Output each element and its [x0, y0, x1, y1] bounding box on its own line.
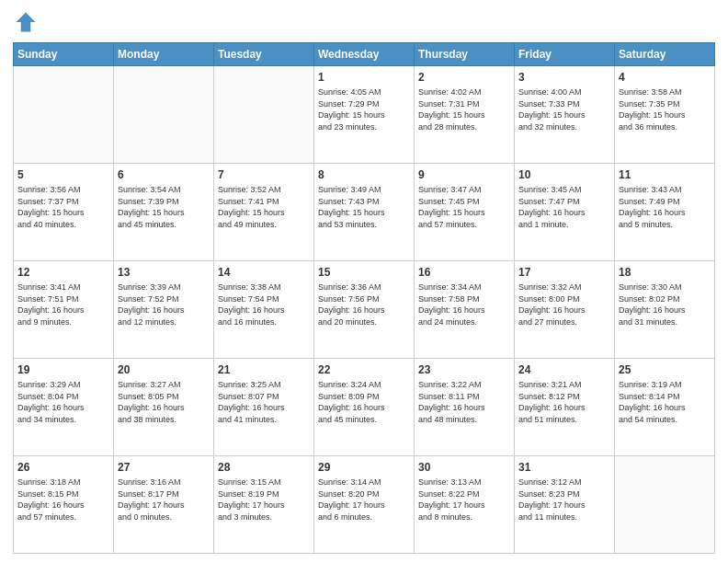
day-cell: 7Sunrise: 3:52 AM Sunset: 7:41 PM Daylig… [214, 164, 314, 261]
weekday-header-monday: Monday [114, 43, 214, 66]
day-number: 18 [619, 265, 711, 280]
day-info: Sunrise: 3:38 AM Sunset: 7:54 PM Dayligh… [218, 282, 310, 327]
day-cell: 17Sunrise: 3:32 AM Sunset: 8:00 PM Dayli… [515, 261, 615, 359]
day-info: Sunrise: 3:15 AM Sunset: 8:19 PM Dayligh… [218, 477, 310, 523]
day-cell: 1Sunrise: 4:05 AM Sunset: 7:29 PM Daylig… [314, 66, 415, 164]
day-info: Sunrise: 3:21 AM Sunset: 8:12 PM Dayligh… [518, 379, 610, 425]
weekday-header-friday: Friday [515, 43, 615, 66]
day-cell: 29Sunrise: 3:14 AM Sunset: 8:20 PM Dayli… [314, 456, 415, 554]
day-cell: 8Sunrise: 3:49 AM Sunset: 7:43 PM Daylig… [314, 164, 415, 261]
day-info: Sunrise: 3:49 AM Sunset: 7:43 PM Dayligh… [318, 184, 410, 230]
day-info: Sunrise: 3:27 AM Sunset: 8:05 PM Dayligh… [118, 379, 210, 425]
day-info: Sunrise: 3:22 AM Sunset: 8:11 PM Dayligh… [418, 379, 510, 425]
day-cell: 9Sunrise: 3:47 AM Sunset: 7:45 PM Daylig… [415, 164, 515, 261]
day-info: Sunrise: 3:14 AM Sunset: 8:20 PM Dayligh… [318, 477, 410, 523]
day-info: Sunrise: 4:02 AM Sunset: 7:31 PM Dayligh… [418, 86, 510, 132]
svg-marker-1 [30, 13, 37, 19]
day-cell: 30Sunrise: 3:13 AM Sunset: 8:22 PM Dayli… [415, 456, 515, 554]
day-number: 4 [619, 70, 711, 85]
day-cell: 26Sunrise: 3:18 AM Sunset: 8:15 PM Dayli… [14, 456, 114, 554]
calendar-table: SundayMondayTuesdayWednesdayThursdayFrid… [13, 42, 715, 554]
day-info: Sunrise: 3:24 AM Sunset: 8:09 PM Dayligh… [318, 379, 410, 425]
day-info: Sunrise: 4:00 AM Sunset: 7:33 PM Dayligh… [518, 86, 610, 132]
day-info: Sunrise: 3:30 AM Sunset: 8:02 PM Dayligh… [619, 282, 711, 327]
day-number: 30 [418, 460, 510, 475]
logo-icon [13, 9, 39, 35]
day-info: Sunrise: 3:16 AM Sunset: 8:17 PM Dayligh… [118, 477, 210, 523]
day-cell: 22Sunrise: 3:24 AM Sunset: 8:09 PM Dayli… [314, 359, 415, 456]
day-cell: 10Sunrise: 3:45 AM Sunset: 7:47 PM Dayli… [515, 164, 615, 261]
day-number: 8 [318, 167, 410, 182]
day-info: Sunrise: 3:32 AM Sunset: 8:00 PM Dayligh… [518, 282, 610, 327]
day-cell: 15Sunrise: 3:36 AM Sunset: 7:56 PM Dayli… [314, 261, 415, 359]
day-info: Sunrise: 3:18 AM Sunset: 8:15 PM Dayligh… [17, 477, 109, 523]
day-cell [214, 66, 314, 164]
day-number: 25 [619, 362, 711, 377]
day-cell: 5Sunrise: 3:56 AM Sunset: 7:37 PM Daylig… [14, 164, 114, 261]
day-cell: 16Sunrise: 3:34 AM Sunset: 7:58 PM Dayli… [415, 261, 515, 359]
header [13, 9, 715, 35]
weekday-header-row: SundayMondayTuesdayWednesdayThursdayFrid… [14, 43, 715, 66]
day-number: 7 [218, 167, 310, 182]
day-info: Sunrise: 4:05 AM Sunset: 7:29 PM Dayligh… [318, 86, 410, 132]
day-cell: 4Sunrise: 3:58 AM Sunset: 7:35 PM Daylig… [615, 66, 715, 164]
day-cell: 14Sunrise: 3:38 AM Sunset: 7:54 PM Dayli… [214, 261, 314, 359]
day-info: Sunrise: 3:54 AM Sunset: 7:39 PM Dayligh… [118, 184, 210, 230]
logo [13, 9, 42, 35]
day-info: Sunrise: 3:47 AM Sunset: 7:45 PM Dayligh… [418, 184, 510, 230]
day-number: 6 [118, 167, 210, 182]
day-cell: 23Sunrise: 3:22 AM Sunset: 8:11 PM Dayli… [415, 359, 515, 456]
day-info: Sunrise: 3:43 AM Sunset: 7:49 PM Dayligh… [619, 184, 711, 230]
day-number: 12 [17, 265, 109, 280]
day-number: 5 [17, 167, 109, 182]
day-info: Sunrise: 3:25 AM Sunset: 8:07 PM Dayligh… [218, 379, 310, 425]
day-cell: 28Sunrise: 3:15 AM Sunset: 8:19 PM Dayli… [214, 456, 314, 554]
day-cell: 11Sunrise: 3:43 AM Sunset: 7:49 PM Dayli… [615, 164, 715, 261]
day-info: Sunrise: 3:36 AM Sunset: 7:56 PM Dayligh… [318, 282, 410, 327]
day-cell: 2Sunrise: 4:02 AM Sunset: 7:31 PM Daylig… [415, 66, 515, 164]
day-cell [114, 66, 214, 164]
day-number: 21 [218, 362, 310, 377]
day-number: 3 [518, 70, 610, 85]
day-number: 10 [518, 167, 610, 182]
day-cell [14, 66, 114, 164]
day-number: 20 [118, 362, 210, 377]
day-info: Sunrise: 3:52 AM Sunset: 7:41 PM Dayligh… [218, 184, 310, 230]
weekday-header-thursday: Thursday [415, 43, 515, 66]
week-row-3: 12Sunrise: 3:41 AM Sunset: 7:51 PM Dayli… [14, 261, 715, 359]
day-number: 11 [619, 167, 711, 182]
day-info: Sunrise: 3:19 AM Sunset: 8:14 PM Dayligh… [619, 379, 711, 425]
day-cell: 27Sunrise: 3:16 AM Sunset: 8:17 PM Dayli… [114, 456, 214, 554]
day-number: 24 [518, 362, 610, 377]
day-number: 9 [418, 167, 510, 182]
weekday-header-saturday: Saturday [615, 43, 715, 66]
day-info: Sunrise: 3:39 AM Sunset: 7:52 PM Dayligh… [118, 282, 210, 327]
day-number: 19 [17, 362, 109, 377]
week-row-5: 26Sunrise: 3:18 AM Sunset: 8:15 PM Dayli… [14, 456, 715, 554]
day-number: 31 [518, 460, 610, 475]
day-info: Sunrise: 3:12 AM Sunset: 8:23 PM Dayligh… [518, 477, 610, 523]
day-number: 13 [118, 265, 210, 280]
week-row-1: 1Sunrise: 4:05 AM Sunset: 7:29 PM Daylig… [14, 66, 715, 164]
page: SundayMondayTuesdayWednesdayThursdayFrid… [0, 0, 728, 563]
day-cell: 12Sunrise: 3:41 AM Sunset: 7:51 PM Dayli… [14, 261, 114, 359]
day-number: 16 [418, 265, 510, 280]
day-info: Sunrise: 3:56 AM Sunset: 7:37 PM Dayligh… [17, 184, 109, 230]
day-number: 29 [318, 460, 410, 475]
day-number: 28 [218, 460, 310, 475]
day-number: 17 [518, 265, 610, 280]
day-number: 22 [318, 362, 410, 377]
day-number: 1 [318, 70, 410, 85]
svg-marker-0 [17, 13, 36, 32]
day-info: Sunrise: 3:29 AM Sunset: 8:04 PM Dayligh… [17, 379, 109, 425]
day-cell: 20Sunrise: 3:27 AM Sunset: 8:05 PM Dayli… [114, 359, 214, 456]
day-cell: 3Sunrise: 4:00 AM Sunset: 7:33 PM Daylig… [515, 66, 615, 164]
day-info: Sunrise: 3:45 AM Sunset: 7:47 PM Dayligh… [518, 184, 610, 230]
week-row-4: 19Sunrise: 3:29 AM Sunset: 8:04 PM Dayli… [14, 359, 715, 456]
day-number: 15 [318, 265, 410, 280]
day-cell: 13Sunrise: 3:39 AM Sunset: 7:52 PM Dayli… [114, 261, 214, 359]
day-cell: 18Sunrise: 3:30 AM Sunset: 8:02 PM Dayli… [615, 261, 715, 359]
day-number: 14 [218, 265, 310, 280]
week-row-2: 5Sunrise: 3:56 AM Sunset: 7:37 PM Daylig… [14, 164, 715, 261]
day-cell: 31Sunrise: 3:12 AM Sunset: 8:23 PM Dayli… [515, 456, 615, 554]
